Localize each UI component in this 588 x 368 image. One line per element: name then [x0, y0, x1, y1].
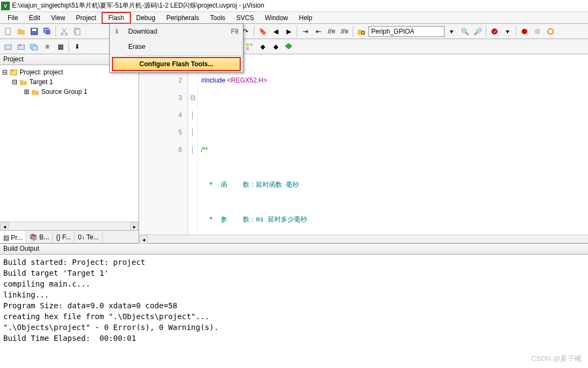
- scroll-left-icon[interactable]: ◂: [139, 235, 148, 244]
- flash-erase-item[interactable]: Erase: [110, 39, 243, 54]
- menu-help[interactable]: Help: [293, 13, 318, 23]
- svg-rect-21: [246, 47, 249, 50]
- project-icon: [10, 68, 17, 76]
- svg-rect-2: [32, 29, 36, 31]
- tab-books[interactable]: 📚B...: [26, 231, 53, 243]
- svg-rect-20: [250, 43, 253, 46]
- combo-drop-icon[interactable]: ▾: [446, 26, 458, 37]
- tree-group-label: Source Group 1: [41, 88, 87, 96]
- functions-tab-icon: {}: [56, 233, 60, 241]
- new-file-icon[interactable]: [2, 26, 14, 37]
- collapse-icon[interactable]: ⊟: [2, 68, 8, 76]
- find-icon[interactable]: [355, 26, 367, 37]
- debug-icon[interactable]: [489, 26, 501, 37]
- tab-templates[interactable]: 0↓Te...: [74, 231, 102, 243]
- menu-svcs[interactable]: SVCS: [231, 13, 260, 23]
- batch-build-icon[interactable]: ≡: [41, 41, 53, 53]
- expand-icon[interactable]: ⊞: [24, 88, 29, 96]
- uncomment-icon[interactable]: //≡: [339, 26, 351, 37]
- build-output-panel: Build Output Build started: Project: pro…: [0, 243, 588, 368]
- flash-configure-item[interactable]: Configure Flash Tools...: [112, 57, 241, 71]
- folder-icon: [20, 78, 27, 86]
- svg-rect-4: [45, 29, 51, 35]
- tab-project[interactable]: ▤Pr...: [0, 231, 26, 243]
- download-flash-icon[interactable]: ⬇: [71, 41, 83, 53]
- svg-rect-17: [32, 46, 37, 50]
- project-tab-icon: ▤: [3, 234, 9, 242]
- menu-flash[interactable]: Flash: [102, 12, 130, 24]
- svg-rect-14: [5, 45, 11, 49]
- window-title: E:\xiajun_singlechip\51单片机\夏军-51单片机-源码\1…: [12, 1, 264, 10]
- svg-point-13: [548, 29, 553, 34]
- fold-column[interactable]: ⊟│││: [188, 54, 198, 234]
- templates-tab-icon: 0↓: [78, 233, 85, 241]
- code-content[interactable]: #include <REGX52.H> /** * 函 数：延时函数 毫秒 * …: [198, 54, 588, 234]
- title-bar: V E:\xiajun_singlechip\51单片机\夏军-51单片机-源码…: [0, 0, 588, 12]
- collapse-icon[interactable]: ⊟: [12, 78, 17, 86]
- prev-bookmark-icon[interactable]: ◀: [270, 26, 282, 37]
- cut-icon[interactable]: [58, 26, 70, 37]
- line-number-gutter: 1 2 3 4 5 6: [139, 54, 188, 234]
- options-icon[interactable]: ◆: [270, 41, 282, 53]
- open-file-icon[interactable]: [15, 26, 27, 37]
- comment-icon[interactable]: //≡: [326, 26, 337, 37]
- project-hscroll[interactable]: ◂ ▸: [0, 221, 139, 230]
- outdent-icon[interactable]: ⇤: [312, 26, 324, 37]
- red-dot-icon[interactable]: [518, 26, 530, 37]
- find-in-files-icon[interactable]: 🔍: [459, 26, 471, 37]
- yellow-dot-icon[interactable]: [545, 26, 556, 37]
- menu-peripherals[interactable]: Peripherals: [161, 13, 205, 23]
- project-options-icon[interactable]: [283, 41, 295, 53]
- editor-hscroll[interactable]: ◂: [139, 234, 588, 243]
- svg-point-10: [492, 29, 497, 34]
- flash-menu-dropdown: ⬇ Download F8 Erase Configure Flash Tool…: [109, 23, 243, 73]
- svg-rect-0: [5, 28, 10, 35]
- tab-functions[interactable]: {}F...: [53, 231, 74, 243]
- menu-window[interactable]: Window: [259, 13, 293, 23]
- stop-build-icon[interactable]: ▦: [54, 41, 66, 53]
- menu-tools[interactable]: Tools: [205, 13, 231, 23]
- save-icon[interactable]: [28, 26, 40, 37]
- tree-target[interactable]: ⊟ Target 1: [2, 77, 136, 87]
- indent-icon[interactable]: ⇥: [299, 26, 311, 37]
- bookmark-icon[interactable]: 🔖: [257, 26, 268, 37]
- project-panel: Project ⊟ Project: project ⊟ Target 1 ⊞ …: [0, 54, 139, 243]
- tree-group[interactable]: ⊞ Source Group 1: [2, 87, 136, 97]
- books-tab-icon: 📚: [29, 233, 37, 241]
- editor-area: 1 2 3 4 5 6 ⊟│││ #include <REGX52.H> /**…: [139, 54, 588, 243]
- code-editor[interactable]: 1 2 3 4 5 6 ⊟│││ #include <REGX52.H> /**…: [139, 54, 588, 234]
- build-icon[interactable]: [15, 41, 27, 53]
- search-combo-value: Periph_GPIOA: [371, 28, 414, 35]
- manage-components-icon[interactable]: [243, 41, 255, 53]
- flash-download-label: Download: [128, 28, 231, 35]
- tree-root-label: Project: project: [20, 68, 63, 76]
- menu-edit[interactable]: Edit: [23, 13, 46, 23]
- pack-installer-icon[interactable]: ◆: [257, 41, 268, 53]
- combo2-drop-icon[interactable]: ▾: [502, 26, 514, 37]
- flash-download-item[interactable]: ⬇ Download F8: [110, 24, 243, 39]
- menu-file[interactable]: File: [2, 13, 23, 23]
- menu-project[interactable]: Project: [71, 13, 102, 23]
- menu-view[interactable]: View: [46, 13, 71, 23]
- folder-icon: [32, 88, 39, 96]
- search-combo[interactable]: Periph_GPIOA: [368, 26, 445, 37]
- gray-dot-icon[interactable]: [531, 26, 543, 37]
- rebuild-icon[interactable]: [28, 41, 40, 53]
- copy-icon[interactable]: [71, 26, 83, 37]
- save-all-icon[interactable]: [41, 26, 53, 37]
- main-area: Project ⊟ Project: project ⊟ Target 1 ⊞ …: [0, 54, 588, 243]
- scroll-left-icon[interactable]: ◂: [0, 222, 9, 231]
- build-output-text[interactable]: Build started: Project: project Build ta…: [0, 255, 588, 368]
- svg-rect-19: [246, 43, 249, 46]
- project-tree[interactable]: ⊟ Project: project ⊟ Target 1 ⊞ Source G…: [0, 65, 139, 221]
- next-bookmark-icon[interactable]: ▶: [283, 26, 295, 37]
- app-icon: V: [1, 2, 10, 10]
- menu-bar: File Edit View Project Flash Debug Perip…: [0, 12, 588, 24]
- menu-debug[interactable]: Debug: [131, 13, 161, 23]
- incremental-find-icon[interactable]: 🔎: [472, 26, 484, 37]
- translate-icon[interactable]: [2, 41, 14, 53]
- tree-target-label: Target 1: [29, 78, 53, 86]
- load-icon: ⬇: [114, 28, 128, 35]
- svg-point-11: [522, 29, 527, 34]
- scroll-right-icon[interactable]: ▸: [130, 222, 139, 231]
